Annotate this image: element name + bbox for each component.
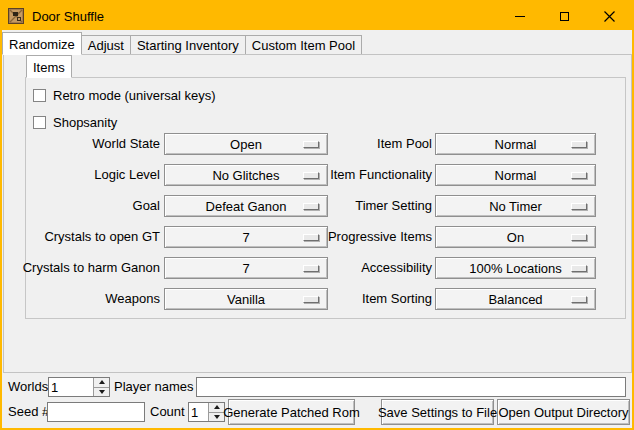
dropdown-indicator-icon	[571, 296, 587, 303]
main-tab-bar: Randomize Adjust Starting Inventory Cust…	[2, 32, 362, 55]
minimize-icon	[515, 16, 525, 17]
seed-label: Seed #	[8, 402, 49, 422]
player-names-label: Player names	[114, 377, 193, 397]
shopsanity-checkbox-row[interactable]: Shopsanity	[33, 115, 117, 129]
crystals-ganon-value: 7	[242, 261, 249, 276]
item-pool-label: Item Pool	[298, 133, 432, 155]
window-title: Door Shuffle	[32, 9, 104, 24]
timer-setting-label: Timer Setting	[298, 195, 432, 217]
maximize-icon	[560, 12, 569, 21]
dropdown-indicator-icon	[571, 265, 587, 272]
accessibility-label: Accessibility	[298, 257, 432, 279]
tab-randomize[interactable]: Randomize	[2, 32, 82, 55]
shopsanity-checkbox[interactable]	[33, 116, 46, 129]
item-pool-value: Normal	[495, 137, 537, 152]
timer-setting-value: No Timer	[489, 199, 542, 214]
crystals-gt-value: 7	[242, 230, 249, 245]
count-spinner-arrows	[208, 403, 224, 421]
goal-label: Goal	[22, 195, 160, 217]
tab-items[interactable]: Items	[26, 55, 72, 78]
spinner-down-icon	[99, 390, 105, 394]
count-spinner[interactable]	[188, 402, 225, 422]
item-pool-dropdown[interactable]: Normal	[435, 133, 596, 155]
progressive-items-label: Progressive Items	[298, 226, 432, 248]
crystals-ganon-label: Crystals to harm Ganon	[22, 257, 160, 279]
item-sorting-label: Item Sorting	[298, 288, 432, 310]
dropdown-indicator-icon	[571, 172, 587, 179]
dropdown-indicator-icon	[571, 141, 587, 148]
item-sorting-value: Balanced	[488, 292, 542, 307]
close-icon	[604, 11, 615, 22]
player-names-input[interactable]	[196, 377, 626, 397]
open-output-directory-button[interactable]: Open Output Directory	[497, 399, 630, 425]
logic-level-label: Logic Level	[22, 164, 160, 186]
weapons-value: Vanilla	[227, 292, 265, 307]
world-state-label: World State	[22, 133, 160, 155]
worlds-spinner-arrows	[93, 378, 109, 396]
accessibility-value: 100% Locations	[469, 261, 562, 276]
app-icon	[8, 8, 24, 24]
spinner-up-button[interactable]	[209, 403, 224, 412]
seed-input[interactable]	[47, 402, 145, 422]
spinner-down-button[interactable]	[209, 412, 224, 422]
minimize-button[interactable]	[497, 2, 542, 30]
retro-mode-checkbox-row[interactable]: Retro mode (universal keys)	[33, 88, 216, 102]
progressive-items-dropdown[interactable]: On	[435, 226, 596, 248]
retro-mode-checkbox[interactable]	[33, 89, 46, 102]
worlds-spinner[interactable]	[48, 377, 110, 397]
weapons-label: Weapons	[22, 288, 160, 310]
world-state-value: Open	[230, 137, 262, 152]
save-settings-button[interactable]: Save Settings to File	[381, 399, 494, 425]
maximize-button[interactable]	[542, 2, 587, 30]
close-button[interactable]	[587, 2, 632, 30]
timer-setting-dropdown[interactable]: No Timer	[435, 195, 596, 217]
spinner-up-button[interactable]	[94, 378, 109, 387]
retro-mode-label: Retro mode (universal keys)	[53, 88, 216, 103]
spinner-down-icon	[214, 415, 220, 419]
progressive-items-value: On	[507, 230, 524, 245]
item-functionality-value: Normal	[495, 168, 537, 183]
worlds-label: Worlds	[8, 377, 48, 397]
dropdown-indicator-icon	[571, 203, 587, 210]
worlds-input[interactable]	[49, 378, 93, 396]
shopsanity-label: Shopsanity	[53, 115, 117, 130]
spinner-up-icon	[99, 380, 105, 384]
count-label: Count	[150, 402, 185, 422]
accessibility-dropdown[interactable]: 100% Locations	[435, 257, 596, 279]
count-input[interactable]	[189, 403, 208, 421]
app-window: Door Shuffle Randomize Adjust Starting I…	[0, 0, 634, 430]
dropdown-indicator-icon	[571, 234, 587, 241]
tab-custom-item-pool[interactable]: Custom Item Pool	[246, 35, 362, 55]
logic-level-value: No Glitches	[212, 168, 279, 183]
item-functionality-dropdown[interactable]: Normal	[435, 164, 596, 186]
titlebar: Door Shuffle	[2, 2, 632, 30]
tab-starting-inventory[interactable]: Starting Inventory	[131, 35, 246, 55]
crystals-gt-label: Crystals to open GT	[22, 226, 160, 248]
item-sorting-dropdown[interactable]: Balanced	[435, 288, 596, 310]
generate-patched-rom-button[interactable]: Generate Patched Rom	[228, 399, 355, 425]
goal-value: Defeat Ganon	[206, 199, 287, 214]
item-functionality-label: Item Functionality	[298, 164, 432, 186]
spinner-up-icon	[214, 405, 220, 409]
tab-adjust[interactable]: Adjust	[82, 35, 131, 55]
spinner-down-button[interactable]	[94, 387, 109, 397]
